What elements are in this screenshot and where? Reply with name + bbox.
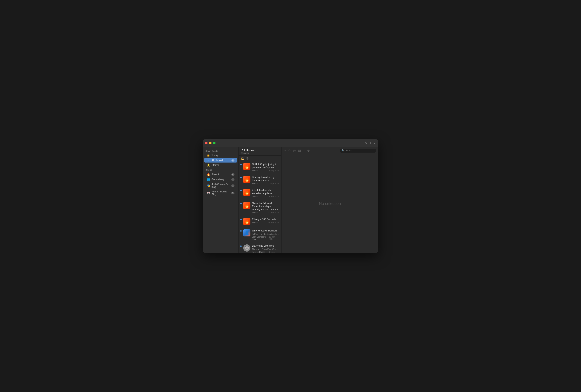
josh-icon: 🎭 — [207, 184, 210, 187]
browser-icon[interactable]: ⊙ — [307, 149, 310, 152]
chevron-down-icon[interactable]: ⌄ — [374, 141, 376, 144]
article-thumb: 👤 — [243, 229, 250, 236]
maximize-button[interactable] — [213, 142, 216, 144]
article-title: Neuralink full send... Elon's brain chip… — [252, 202, 279, 211]
article-info: 7 tech leaders who ended up in prison Fi… — [252, 189, 279, 197]
sidebar-item-kent[interactable]: 🐨 Kent C. Dodds Blog 1 — [204, 190, 237, 196]
sidebar-item-fireship[interactable]: 🔥 Fireship 5 — [204, 172, 237, 177]
article-date: 10 Jan 2024 — [269, 236, 279, 240]
unread-dot — [240, 203, 242, 204]
unread-dot — [240, 219, 242, 220]
kent-badge: 1 — [231, 192, 234, 195]
unread-dot — [240, 177, 242, 178]
article-item[interactable]: 🔥 Neuralink full send... Elon's brain ch… — [239, 200, 281, 216]
gebna-icon: 🌐 — [207, 178, 210, 181]
koala-icon: 🐨 — [244, 245, 250, 251]
sidebar-item-starred[interactable]: ⭐ Starred — [204, 163, 237, 168]
close-button[interactable] — [205, 142, 208, 144]
star-icon[interactable]: ☆ — [288, 149, 291, 152]
article-date: 3 Dec 2023 — [269, 251, 279, 253]
sidebar-item-label-starred: Starred — [212, 164, 234, 167]
article-item[interactable]: 👤 Why React Re-Renders In React, we don'… — [239, 227, 281, 242]
add-icon[interactable]: + — [370, 141, 371, 144]
unread-dot — [240, 245, 242, 247]
article-date: 1 May 2024 — [269, 170, 279, 172]
article-source: Fireship — [252, 196, 259, 198]
sidebar-item-label-kent: Kent C. Dodds Blog — [212, 190, 230, 196]
article-title: Erlang in 100 Seconds — [252, 218, 279, 221]
josh-badge: 1 — [231, 185, 234, 187]
podcast-icon[interactable]: 📻 — [241, 157, 244, 160]
article-list-header: All Unread 9 unread — [239, 147, 281, 156]
circle-icon[interactable]: ○ — [284, 149, 286, 152]
article-item[interactable]: 🔥 Linux got wrecked by backdoor attack F… — [239, 174, 281, 187]
sidebar-item-all-unread[interactable]: ● All Unread 9 — [204, 158, 237, 163]
article-info: Erlang in 100 Seconds Fireship 18 Mar 20… — [252, 218, 279, 224]
article-snippet: The story of how Epic Web came to be — [252, 248, 279, 251]
article-info: Neuralink full send... Elon's brain chip… — [252, 202, 279, 214]
article-title: Why React Re-Renders — [252, 229, 279, 232]
icloud-label: iCloud — [203, 168, 238, 172]
article-info: Why React Re-Renders In React, we don't … — [252, 229, 279, 240]
article-item[interactable]: 🐨 Launching Epic Web The story of how Ep… — [239, 242, 281, 253]
titlebar: ↻ + ⌄ — [203, 139, 378, 147]
search-input[interactable] — [346, 149, 374, 152]
article-thumb: 🔥 — [243, 218, 250, 225]
gebna-badge: 2 — [231, 178, 234, 181]
article-date: 21 Mar 2024 — [268, 211, 279, 214]
sidebar: Smart Feeds ☀️ Today ● All Unread 9 ⭐ St… — [203, 147, 239, 253]
sidebar-item-label-josh: Josh Comeau's blog — [212, 183, 230, 189]
article-meta: Fireship 21 Mar 2024 — [252, 211, 279, 214]
article-source: Fireship — [252, 183, 259, 185]
no-selection-text: No selection — [319, 201, 341, 206]
article-meta: Fireship 1 Apr 2024 — [252, 183, 279, 185]
no-selection-area: No selection — [282, 154, 378, 253]
article-date: 18 Mar 2024 — [268, 221, 279, 224]
article-source: Fireship — [252, 211, 259, 214]
share-icon[interactable]: ↑ — [303, 149, 305, 152]
article-list-toolbar: 📻 ◎ — [239, 156, 281, 161]
article-meta: Fireship 1 May 2024 — [252, 170, 279, 172]
article-meta: Josh Comeau's blog 10 Jan 2024 — [252, 236, 279, 240]
article-info: GitHub Copilot just got promoted to Capt… — [252, 163, 279, 172]
article-meta: Fireship 18 Mar 2024 — [252, 221, 279, 224]
article-info: Linux got wrecked by backdoor attack Fir… — [252, 176, 279, 185]
flame-icon: 🔥 — [244, 177, 250, 182]
detail-toolbar: ○ ☆ ◷ ▤ ↑ ⊙ 🔍 — [282, 147, 378, 154]
unread-dot — [240, 230, 242, 232]
article-date: 29 Mar 2024 — [268, 196, 279, 198]
article-info: Launching Epic Web The story of how Epic… — [252, 244, 279, 253]
articles-scroll[interactable]: 🔥 GitHub Copilot just got promoted to Ca… — [239, 161, 281, 253]
flame-icon: 🔥 — [244, 190, 250, 195]
clock-icon[interactable]: ◷ — [293, 149, 296, 152]
flame-icon: 🔥 — [244, 203, 250, 208]
article-item[interactable]: 🔥 Erlang in 100 Seconds Fireship 18 Mar … — [239, 216, 281, 227]
article-list: All Unread 9 unread 📻 ◎ 🔥 GitHub Copilot… — [239, 147, 282, 253]
article-title: Linux got wrecked by backdoor attack — [252, 176, 279, 182]
article-list-title: All Unread — [242, 149, 278, 152]
starred-icon: ⭐ — [207, 164, 210, 167]
filter-icon[interactable]: ◎ — [246, 157, 248, 160]
article-meta: Fireship 29 Mar 2024 — [252, 196, 279, 198]
flame-icon: 🔥 — [244, 219, 250, 224]
minimize-button[interactable] — [209, 142, 212, 144]
kent-icon: 🐨 — [207, 192, 210, 195]
refresh-icon[interactable]: ↻ — [365, 141, 367, 144]
main-content: Smart Feeds ☀️ Today ● All Unread 9 ⭐ St… — [203, 147, 378, 253]
article-date: 1 Apr 2024 — [270, 183, 279, 185]
fireship-icon: 🔥 — [207, 173, 210, 176]
all-unread-icon: ● — [207, 159, 210, 162]
sidebar-item-today[interactable]: ☀️ Today — [204, 153, 237, 158]
article-title: 7 tech leaders who ended up in prison — [252, 189, 279, 195]
sidebar-item-josh[interactable]: 🎭 Josh Comeau's blog 1 — [204, 182, 237, 189]
unread-dot — [240, 164, 242, 165]
sidebar-item-gebna[interactable]: 🌐 Gebna blog 2 — [204, 177, 237, 182]
article-item[interactable]: 🔥 GitHub Copilot just got promoted to Ca… — [239, 161, 281, 174]
search-icon: 🔍 — [342, 149, 344, 152]
search-bar[interactable]: 🔍 — [340, 149, 376, 153]
list-icon[interactable]: ▤ — [298, 149, 301, 152]
article-thumb: 🔥 — [243, 163, 250, 170]
article-item[interactable]: 🔥 7 tech leaders who ended up in prison … — [239, 187, 281, 200]
sidebar-item-label-fireship: Fireship — [212, 173, 230, 176]
smart-feeds-label: Smart Feeds — [203, 149, 238, 153]
